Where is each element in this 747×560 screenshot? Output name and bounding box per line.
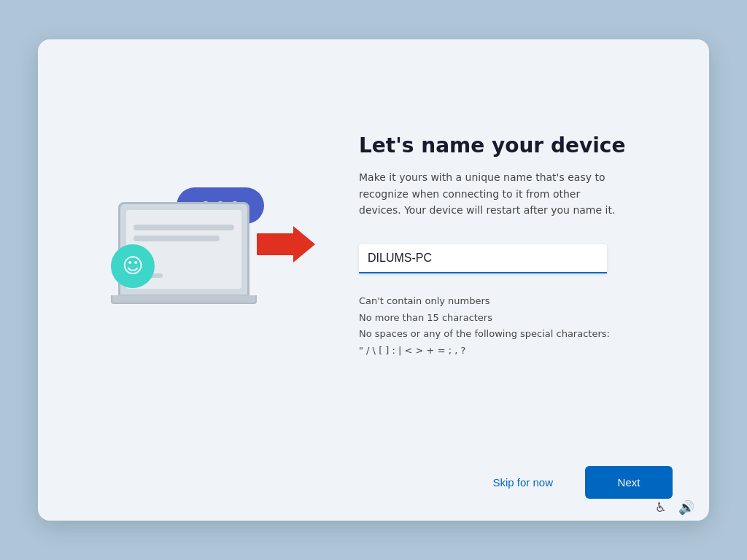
arrow-container — [257, 222, 315, 269]
smiley-icon: ☺ — [122, 256, 143, 276]
content-area: ☺ Let's name your device Make it yours w… — [38, 39, 709, 451]
footer-area: Skip for now Next — [38, 451, 709, 521]
text-panel: Let's name your device Make it yours wit… — [359, 133, 651, 358]
illustration-panel: ☺ — [96, 173, 315, 319]
device-name-input[interactable] — [359, 244, 607, 273]
sound-icon[interactable]: 🔊 — [678, 499, 694, 515]
device-name-input-wrapper — [359, 244, 651, 273]
next-button[interactable]: Next — [585, 466, 673, 499]
skip-for-now-button[interactable]: Skip for now — [472, 466, 573, 499]
screen-line-2 — [133, 236, 220, 241]
validation-rule-3: No spaces or any of the following specia… — [359, 327, 651, 341]
taskbar-area: ♿ 🔊 — [655, 499, 694, 515]
laptop-illustration: ☺ — [104, 173, 308, 319]
validation-rule-4: " / \ [ ] : | < > + = ; , ? — [359, 343, 651, 358]
smiley-circle: ☺ — [111, 244, 155, 288]
page-title: Let's name your device — [359, 133, 651, 158]
setup-window: ☺ Let's name your device Make it yours w… — [38, 39, 709, 521]
accessibility-icon[interactable]: ♿ — [655, 499, 667, 515]
screen-line-1 — [133, 225, 234, 230]
validation-rules: Can't contain only numbers No more than … — [359, 294, 651, 357]
validation-rule-1: Can't contain only numbers — [359, 294, 651, 308]
validation-rule-2: No more than 15 characters — [359, 311, 651, 325]
svg-marker-0 — [257, 226, 315, 262]
page-description: Make it yours with a unique name that's … — [359, 169, 622, 218]
laptop-base — [111, 295, 257, 304]
arrow-icon — [257, 222, 315, 266]
